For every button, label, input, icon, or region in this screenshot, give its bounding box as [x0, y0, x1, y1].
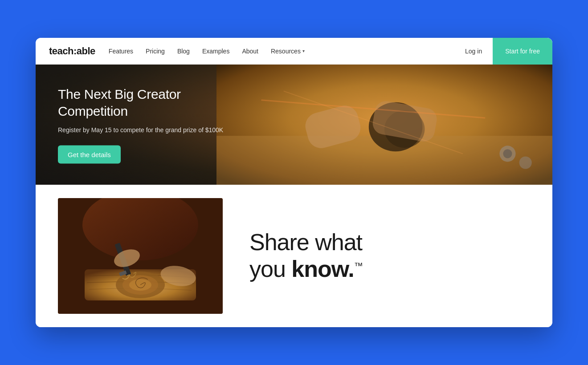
tagline-trademark: ™ — [354, 261, 363, 271]
nav-pricing[interactable]: Pricing — [146, 48, 165, 55]
content-section: Share what you know.™ — [36, 185, 552, 327]
navbar: teach:able Features Pricing Blog Example… — [36, 38, 552, 65]
hero-title: The Next Big Creator Competition — [58, 86, 245, 119]
nav-resources-label: Resources — [271, 48, 301, 55]
chevron-down-icon: ▾ — [302, 49, 305, 53]
tagline-area: Share what you know.™ — [223, 211, 552, 300]
nav-resources[interactable]: Resources ▾ — [271, 48, 305, 55]
tagline-bold: know. — [291, 256, 354, 282]
nav-blog[interactable]: Blog — [177, 48, 190, 55]
browser-window: teach:able Features Pricing Blog Example… — [36, 38, 552, 327]
hero-illustration — [216, 65, 552, 185]
svg-point-9 — [503, 149, 512, 158]
start-free-button[interactable]: Start for free — [493, 38, 552, 65]
svg-point-10 — [519, 156, 532, 169]
tagline: Share what you know.™ — [249, 229, 363, 283]
nav-about[interactable]: About — [242, 48, 258, 55]
navbar-right: Log in Start for free — [454, 38, 552, 64]
hero-banner: The Next Big Creator Competition Registe… — [36, 65, 552, 185]
hero-content: The Next Big Creator Competition Registe… — [58, 86, 245, 164]
craft-image — [58, 198, 223, 314]
tagline-line2: you know.™ — [249, 256, 363, 282]
tagline-line1: Share what — [249, 229, 362, 255]
tagline-normal: you — [249, 256, 291, 282]
get-details-button[interactable]: Get the details — [58, 146, 121, 164]
nav-examples[interactable]: Examples — [202, 48, 229, 55]
site-logo[interactable]: teach:able — [49, 45, 95, 57]
login-button[interactable]: Log in — [454, 48, 493, 55]
hero-subtitle: Register by May 15 to compete for the gr… — [58, 126, 245, 135]
nav-links: Features Pricing Blog Examples About Res… — [109, 48, 454, 55]
nav-features[interactable]: Features — [109, 48, 133, 55]
